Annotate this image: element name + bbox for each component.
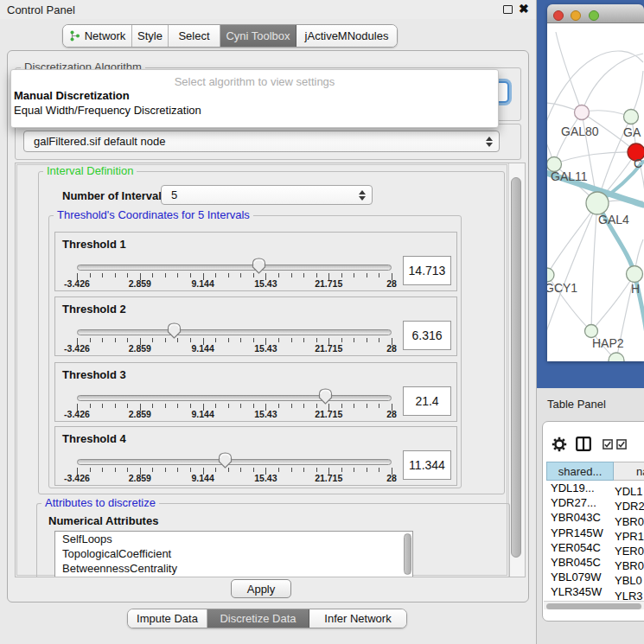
apply-button[interactable]: Apply xyxy=(231,579,291,598)
slider-track[interactable] xyxy=(77,329,392,335)
attributes-list-scrollbar-thumb[interactable] xyxy=(404,533,411,575)
threshold-value-field[interactable]: 14.713 xyxy=(403,256,451,285)
table-data-combobox[interactable]: galFiltered.sif default node xyxy=(23,131,500,152)
combo-arrows-icon xyxy=(486,137,493,147)
slider-tick xyxy=(190,468,191,472)
combo-arrows-icon xyxy=(359,190,366,201)
network-node-green[interactable] xyxy=(627,266,643,283)
table-row[interactable]: YDR27...YDR2 xyxy=(543,495,644,510)
cell-name: YLR3 xyxy=(609,589,643,601)
network-node-green[interactable] xyxy=(586,192,609,214)
minimize-traffic-light[interactable] xyxy=(571,10,581,21)
numerical-attributes-list[interactable]: SelfLoopsTopologicalCoefficientBetweenne… xyxy=(54,531,413,577)
slider-tick xyxy=(354,338,354,342)
network-node-green[interactable] xyxy=(624,110,639,124)
cell-shared-name: YLR345W xyxy=(543,584,609,599)
control-panel-title: Control Panel xyxy=(7,3,75,16)
slider-thumb[interactable] xyxy=(218,452,233,469)
slider-tick xyxy=(278,404,279,408)
dropdown-option[interactable]: Manual Discretization xyxy=(11,88,498,103)
slider-tick xyxy=(379,404,379,408)
table-row[interactable]: YBL079WYBL0 xyxy=(543,570,644,584)
table-row[interactable]: YBR043CYBR0 xyxy=(543,510,644,525)
tab-jactivemnodules[interactable]: jActiveMNodules xyxy=(296,25,397,47)
float-window-icon[interactable] xyxy=(503,5,513,14)
tab-style[interactable]: Style xyxy=(132,25,169,47)
table-row[interactable]: YER054CYER0 xyxy=(543,540,644,555)
network-window-titlebar xyxy=(547,4,644,23)
bottom-tab-bar: Impute DataDiscretize DataInfer Network xyxy=(127,609,407,628)
gear-icon[interactable] xyxy=(552,437,567,452)
tab-cyni-toolbox[interactable]: Cyni Toolbox xyxy=(220,25,296,47)
slider-tick xyxy=(253,468,254,472)
tab-discretize-data[interactable]: Discretize Data xyxy=(207,609,309,628)
tab-infer-network[interactable]: Infer Network xyxy=(309,609,406,628)
numerical-attributes-label: Numerical Attributes xyxy=(48,514,158,527)
slider-tick xyxy=(303,273,304,277)
tab-label: jActiveMNodules xyxy=(305,29,389,42)
dropdown-prompt-option[interactable]: Select algorithm to view settings xyxy=(11,70,498,88)
threshold-value-field[interactable]: 11.344 xyxy=(403,450,451,480)
slider-tick xyxy=(165,338,166,342)
attribute-list-item[interactable]: BetweennessCentrality xyxy=(55,561,412,576)
slider-tick-label: 21.715 xyxy=(315,473,342,483)
checkbox-checked-icon[interactable] xyxy=(616,439,627,450)
table-row[interactable]: YPR145WYPR1 xyxy=(543,526,644,540)
slider-thumb[interactable] xyxy=(167,322,182,339)
attribute-list-item[interactable]: SelfLoops xyxy=(55,532,412,546)
slider-tick xyxy=(228,338,229,342)
column-header-shared[interactable]: shared... xyxy=(546,462,614,481)
slider-tick xyxy=(341,468,342,472)
checkbox-checked-icon[interactable] xyxy=(603,439,613,450)
tab-label: Select xyxy=(178,29,209,42)
slider-tick xyxy=(291,468,292,472)
slider-thumb[interactable] xyxy=(252,258,266,274)
cell-shared-name: YDL19... xyxy=(543,481,609,495)
slider-thumb[interactable] xyxy=(318,388,333,405)
network-edge[interactable] xyxy=(554,152,636,164)
slider-tick xyxy=(228,273,229,277)
slider-track[interactable] xyxy=(77,265,392,271)
table-row[interactable]: YLR345WYLR3 xyxy=(543,584,644,599)
slider-tick xyxy=(240,404,241,408)
attribute-list-item[interactable]: TopologicalCoefficient xyxy=(55,546,412,561)
slider-tick-label: 21.715 xyxy=(315,343,342,354)
tab-select[interactable]: Select xyxy=(169,25,220,47)
threshold-value-field[interactable]: 6.316 xyxy=(403,321,451,350)
network-edge[interactable] xyxy=(591,203,597,331)
slider-tick xyxy=(165,404,166,408)
slider-tick xyxy=(165,468,166,472)
network-edge[interactable] xyxy=(582,54,643,112)
close-traffic-light[interactable] xyxy=(553,10,564,21)
network-edge[interactable] xyxy=(547,203,597,339)
slider-track[interactable] xyxy=(77,395,392,401)
network-edge[interactable] xyxy=(556,32,582,112)
slider-tick-label: 15.43 xyxy=(254,409,277,419)
network-node-pink[interactable] xyxy=(575,105,590,120)
slider-tick-label: 9.144 xyxy=(191,343,214,354)
settings-scrollbar-thumb[interactable] xyxy=(511,177,521,558)
threshold-box-4: Threshold 4-3.4262.8599.14415.4321.71528… xyxy=(54,426,457,486)
tab-network[interactable]: Network xyxy=(63,25,132,47)
column-header-name[interactable]: na xyxy=(614,462,644,481)
network-canvas[interactable]: GAL80GACGAL11GAL4GCY1HHAP2 xyxy=(547,23,644,361)
network-node-green[interactable] xyxy=(547,268,554,282)
threshold-value-field[interactable]: 21.4 xyxy=(403,386,451,416)
zoom-traffic-light[interactable] xyxy=(589,10,599,21)
slider-track[interactable] xyxy=(77,459,392,465)
dropdown-option[interactable]: Equal Width/Frequency Discretization xyxy=(11,103,498,118)
close-icon[interactable]: ✖ xyxy=(519,2,529,16)
slider-tick-label: 21.715 xyxy=(315,278,342,289)
table-row[interactable]: YDL19...YDL1 xyxy=(543,481,644,495)
tab-impute-data[interactable]: Impute Data xyxy=(128,609,207,628)
table-horizontal-scrollbar[interactable] xyxy=(544,601,644,609)
number-of-intervals-combobox[interactable]: 5 xyxy=(161,185,373,205)
slider-tick-label: -3.426 xyxy=(64,278,90,289)
table-horizontal-scrollbar-thumb[interactable] xyxy=(546,603,641,609)
network-edge[interactable] xyxy=(554,112,582,164)
split-columns-icon[interactable] xyxy=(576,437,591,451)
table-row[interactable]: YBR045CYBR0 xyxy=(543,555,644,570)
tab-label: Cyni Toolbox xyxy=(226,29,290,42)
number-of-intervals-label: Number of Intervals xyxy=(62,189,168,202)
network-node-green[interactable] xyxy=(609,353,624,361)
